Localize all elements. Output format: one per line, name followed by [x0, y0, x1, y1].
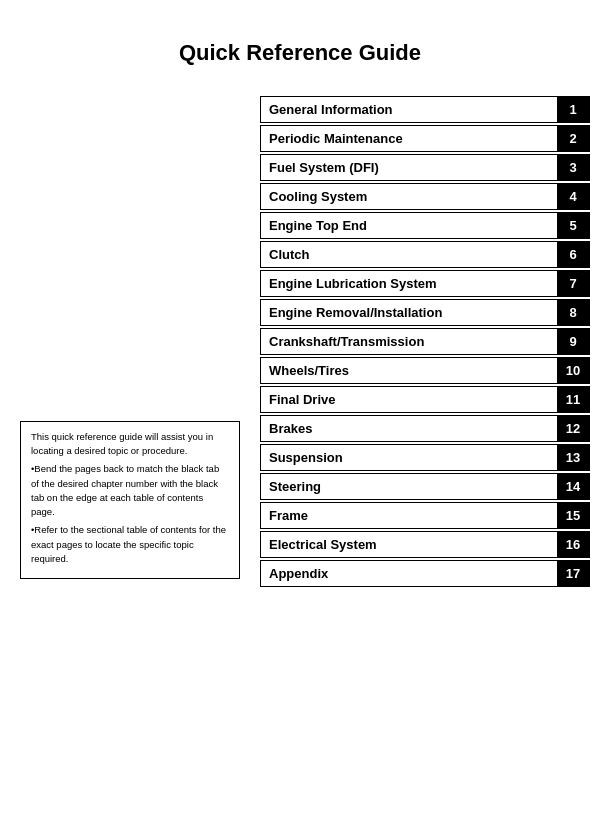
toc-number: 12: [557, 416, 589, 441]
toc-label: Engine Lubrication System: [261, 271, 557, 296]
toc-number: 9: [557, 329, 589, 354]
toc-row[interactable]: Final Drive11: [260, 386, 590, 413]
toc-row[interactable]: Clutch6: [260, 241, 590, 268]
toc-number: 10: [557, 358, 589, 383]
toc-row[interactable]: Engine Removal/Installation8: [260, 299, 590, 326]
toc-label: Final Drive: [261, 387, 557, 412]
toc-label: Periodic Maintenance: [261, 126, 557, 151]
toc-label: Frame: [261, 503, 557, 528]
toc-number: 13: [557, 445, 589, 470]
toc-row[interactable]: Electrical System16: [260, 531, 590, 558]
toc-label: Appendix: [261, 561, 557, 586]
toc-number: 8: [557, 300, 589, 325]
toc-number: 3: [557, 155, 589, 180]
toc-row[interactable]: Engine Lubrication System7: [260, 270, 590, 297]
toc-number: 14: [557, 474, 589, 499]
toc-row[interactable]: Engine Top End5: [260, 212, 590, 239]
toc-row[interactable]: General Information1: [260, 96, 590, 123]
toc-label: General Information: [261, 97, 557, 122]
page-title: Quick Reference Guide: [0, 0, 600, 96]
toc-label: Cooling System: [261, 184, 557, 209]
toc-row[interactable]: Appendix17: [260, 560, 590, 587]
left-panel: This quick reference guide will assist y…: [20, 96, 260, 589]
toc-number: 1: [557, 97, 589, 122]
toc-label: Suspension: [261, 445, 557, 470]
toc-label: Electrical System: [261, 532, 557, 557]
toc-label: Crankshaft/Transmission: [261, 329, 557, 354]
toc-number: 7: [557, 271, 589, 296]
info-box-bullet1: •Bend the pages back to match the black …: [31, 462, 229, 519]
toc-row[interactable]: Periodic Maintenance2: [260, 125, 590, 152]
info-box-intro: This quick reference guide will assist y…: [31, 430, 229, 459]
toc-row[interactable]: Frame15: [260, 502, 590, 529]
toc-row[interactable]: Wheels/Tires10: [260, 357, 590, 384]
toc-number: 15: [557, 503, 589, 528]
toc-label: Brakes: [261, 416, 557, 441]
toc-label: Fuel System (DFI): [261, 155, 557, 180]
toc-number: 4: [557, 184, 589, 209]
toc-row[interactable]: Brakes12: [260, 415, 590, 442]
toc-row[interactable]: Cooling System4: [260, 183, 590, 210]
toc-row[interactable]: Suspension13: [260, 444, 590, 471]
toc-label: Wheels/Tires: [261, 358, 557, 383]
toc-label: Clutch: [261, 242, 557, 267]
toc-number: 2: [557, 126, 589, 151]
toc-row[interactable]: Fuel System (DFI)3: [260, 154, 590, 181]
info-box: This quick reference guide will assist y…: [20, 421, 240, 579]
toc-row[interactable]: Crankshaft/Transmission9: [260, 328, 590, 355]
toc-label: Engine Removal/Installation: [261, 300, 557, 325]
toc-number: 11: [557, 387, 589, 412]
info-box-bullet2: •Refer to the sectional table of content…: [31, 523, 229, 566]
toc-label: Engine Top End: [261, 213, 557, 238]
toc-number: 6: [557, 242, 589, 267]
toc-number: 16: [557, 532, 589, 557]
toc-number: 5: [557, 213, 589, 238]
toc-label: Steering: [261, 474, 557, 499]
toc-row[interactable]: Steering14: [260, 473, 590, 500]
toc-number: 17: [557, 561, 589, 586]
toc-list: General Information1Periodic Maintenance…: [260, 96, 590, 589]
